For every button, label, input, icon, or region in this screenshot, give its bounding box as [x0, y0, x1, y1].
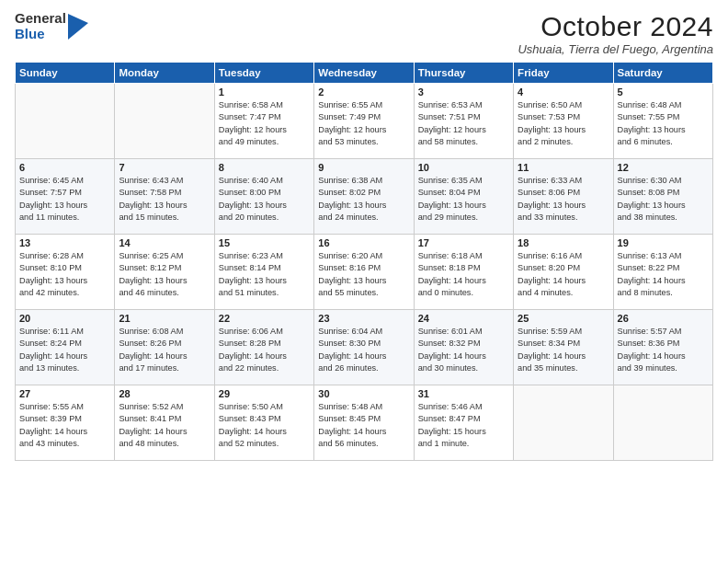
calendar-cell: 14Sunrise: 6:25 AM Sunset: 8:12 PM Dayli…	[115, 235, 214, 310]
day-info: Sunrise: 6:45 AM Sunset: 7:57 PM Dayligh…	[19, 175, 110, 224]
week-row-3: 13Sunrise: 6:28 AM Sunset: 8:10 PM Dayli…	[16, 235, 713, 310]
logo: General Blue	[15, 11, 88, 41]
calendar-cell: 1Sunrise: 6:58 AM Sunset: 7:47 PM Daylig…	[214, 84, 313, 159]
day-info: Sunrise: 6:38 AM Sunset: 8:02 PM Dayligh…	[318, 175, 409, 224]
calendar-cell: 9Sunrise: 6:38 AM Sunset: 8:02 PM Daylig…	[314, 159, 414, 235]
day-info: Sunrise: 6:53 AM Sunset: 7:51 PM Dayligh…	[418, 99, 509, 148]
weekday-header-row: SundayMondayTuesdayWednesdayThursdayFrid…	[16, 63, 713, 84]
day-info: Sunrise: 6:16 AM Sunset: 8:20 PM Dayligh…	[518, 250, 609, 299]
day-number: 17	[418, 237, 509, 248]
calendar-cell: 2Sunrise: 6:55 AM Sunset: 7:49 PM Daylig…	[314, 84, 414, 159]
calendar-cell: 12Sunrise: 6:30 AM Sunset: 8:08 PM Dayli…	[613, 159, 712, 235]
day-info: Sunrise: 6:06 AM Sunset: 8:28 PM Dayligh…	[219, 326, 310, 374]
day-info: Sunrise: 5:52 AM Sunset: 8:41 PM Dayligh…	[119, 401, 210, 450]
day-info: Sunrise: 6:23 AM Sunset: 8:14 PM Dayligh…	[219, 250, 310, 299]
header: General Blue October 2024 Ushuaia, Tierr…	[15, 11, 713, 56]
day-info: Sunrise: 5:48 AM Sunset: 8:45 PM Dayligh…	[318, 401, 409, 450]
day-info: Sunrise: 6:13 AM Sunset: 8:22 PM Dayligh…	[618, 250, 709, 299]
day-info: Sunrise: 5:46 AM Sunset: 8:47 PM Dayligh…	[418, 401, 509, 450]
calendar-cell	[514, 385, 613, 461]
day-info: Sunrise: 6:11 AM Sunset: 8:24 PM Dayligh…	[19, 326, 110, 374]
page: General Blue October 2024 Ushuaia, Tierr…	[0, 0, 728, 563]
weekday-friday: Friday	[514, 63, 613, 84]
day-number: 28	[119, 388, 210, 399]
day-info: Sunrise: 6:40 AM Sunset: 8:00 PM Dayligh…	[219, 175, 310, 224]
day-info: Sunrise: 6:28 AM Sunset: 8:10 PM Dayligh…	[19, 250, 110, 299]
logo-blue: Blue	[15, 26, 45, 41]
day-info: Sunrise: 5:55 AM Sunset: 8:39 PM Dayligh…	[19, 401, 110, 450]
svg-marker-0	[68, 14, 88, 40]
calendar-cell: 20Sunrise: 6:11 AM Sunset: 8:24 PM Dayli…	[16, 310, 115, 385]
calendar-cell: 30Sunrise: 5:48 AM Sunset: 8:45 PM Dayli…	[314, 385, 414, 461]
calendar-cell: 10Sunrise: 6:35 AM Sunset: 8:04 PM Dayli…	[414, 159, 513, 235]
weekday-saturday: Saturday	[613, 63, 712, 84]
calendar-cell: 8Sunrise: 6:40 AM Sunset: 8:00 PM Daylig…	[214, 159, 313, 235]
day-number: 30	[318, 388, 409, 399]
week-row-1: 1Sunrise: 6:58 AM Sunset: 7:47 PM Daylig…	[16, 84, 713, 159]
calendar-cell: 22Sunrise: 6:06 AM Sunset: 8:28 PM Dayli…	[214, 310, 313, 385]
calendar-cell: 5Sunrise: 6:48 AM Sunset: 7:55 PM Daylig…	[613, 84, 712, 159]
day-number: 4	[518, 86, 609, 98]
day-number: 15	[219, 237, 310, 248]
day-number: 8	[219, 162, 310, 173]
day-info: Sunrise: 6:48 AM Sunset: 7:55 PM Dayligh…	[618, 99, 709, 148]
day-number: 20	[19, 313, 110, 324]
week-row-5: 27Sunrise: 5:55 AM Sunset: 8:39 PM Dayli…	[16, 385, 713, 461]
weekday-wednesday: Wednesday	[314, 63, 414, 84]
day-info: Sunrise: 6:01 AM Sunset: 8:32 PM Dayligh…	[418, 326, 509, 374]
day-info: Sunrise: 6:18 AM Sunset: 8:18 PM Dayligh…	[418, 250, 509, 299]
day-number: 18	[518, 237, 609, 248]
day-info: Sunrise: 5:57 AM Sunset: 8:36 PM Dayligh…	[618, 326, 709, 374]
calendar-cell: 25Sunrise: 5:59 AM Sunset: 8:34 PM Dayli…	[514, 310, 613, 385]
day-info: Sunrise: 6:33 AM Sunset: 8:06 PM Dayligh…	[518, 175, 609, 224]
calendar-cell	[115, 84, 214, 159]
day-info: Sunrise: 6:04 AM Sunset: 8:30 PM Dayligh…	[318, 326, 409, 374]
calendar-cell: 17Sunrise: 6:18 AM Sunset: 8:18 PM Dayli…	[414, 235, 513, 310]
calendar-cell: 15Sunrise: 6:23 AM Sunset: 8:14 PM Dayli…	[214, 235, 313, 310]
day-info: Sunrise: 6:35 AM Sunset: 8:04 PM Dayligh…	[418, 175, 509, 224]
day-info: Sunrise: 6:20 AM Sunset: 8:16 PM Dayligh…	[318, 250, 409, 299]
calendar-cell: 31Sunrise: 5:46 AM Sunset: 8:47 PM Dayli…	[414, 385, 513, 461]
logo-text: General Blue	[15, 11, 66, 41]
calendar-cell: 21Sunrise: 6:08 AM Sunset: 8:26 PM Dayli…	[115, 310, 214, 385]
day-info: Sunrise: 6:50 AM Sunset: 7:53 PM Dayligh…	[518, 99, 609, 148]
location-subtitle: Ushuaia, Tierra del Fuego, Argentina	[518, 42, 713, 56]
day-number: 24	[418, 313, 509, 324]
weekday-sunday: Sunday	[16, 63, 115, 84]
day-number: 23	[318, 313, 409, 324]
day-number: 21	[119, 313, 210, 324]
day-number: 19	[618, 237, 709, 248]
day-number: 26	[618, 313, 709, 324]
calendar-table: SundayMondayTuesdayWednesdayThursdayFrid…	[15, 62, 713, 461]
calendar-cell: 27Sunrise: 5:55 AM Sunset: 8:39 PM Dayli…	[16, 385, 115, 461]
weekday-thursday: Thursday	[414, 63, 513, 84]
calendar-cell: 4Sunrise: 6:50 AM Sunset: 7:53 PM Daylig…	[514, 84, 613, 159]
calendar-cell: 26Sunrise: 5:57 AM Sunset: 8:36 PM Dayli…	[613, 310, 712, 385]
day-number: 2	[318, 86, 409, 98]
day-info: Sunrise: 6:08 AM Sunset: 8:26 PM Dayligh…	[119, 326, 210, 374]
week-row-2: 6Sunrise: 6:45 AM Sunset: 7:57 PM Daylig…	[16, 159, 713, 235]
day-number: 1	[219, 86, 310, 98]
day-info: Sunrise: 6:43 AM Sunset: 7:58 PM Dayligh…	[119, 175, 210, 224]
day-number: 16	[318, 237, 409, 248]
calendar-cell: 23Sunrise: 6:04 AM Sunset: 8:30 PM Dayli…	[314, 310, 414, 385]
day-number: 9	[318, 162, 409, 173]
logo-general: General	[15, 10, 66, 26]
day-number: 27	[19, 388, 110, 399]
day-info: Sunrise: 6:55 AM Sunset: 7:49 PM Dayligh…	[318, 99, 409, 148]
calendar-cell: 19Sunrise: 6:13 AM Sunset: 8:22 PM Dayli…	[613, 235, 712, 310]
day-number: 11	[518, 162, 609, 173]
day-number: 10	[418, 162, 509, 173]
calendar-cell: 3Sunrise: 6:53 AM Sunset: 7:51 PM Daylig…	[414, 84, 513, 159]
calendar-cell: 7Sunrise: 6:43 AM Sunset: 7:58 PM Daylig…	[115, 159, 214, 235]
day-info: Sunrise: 6:30 AM Sunset: 8:08 PM Dayligh…	[618, 175, 709, 224]
calendar-cell: 13Sunrise: 6:28 AM Sunset: 8:10 PM Dayli…	[16, 235, 115, 310]
calendar-cell: 16Sunrise: 6:20 AM Sunset: 8:16 PM Dayli…	[314, 235, 414, 310]
calendar-cell: 24Sunrise: 6:01 AM Sunset: 8:32 PM Dayli…	[414, 310, 513, 385]
day-number: 12	[618, 162, 709, 173]
day-info: Sunrise: 5:50 AM Sunset: 8:43 PM Dayligh…	[219, 401, 310, 450]
day-info: Sunrise: 6:25 AM Sunset: 8:12 PM Dayligh…	[119, 250, 210, 299]
day-number: 14	[119, 237, 210, 248]
title-block: October 2024 Ushuaia, Tierra del Fuego, …	[518, 11, 713, 56]
day-number: 3	[418, 86, 509, 98]
